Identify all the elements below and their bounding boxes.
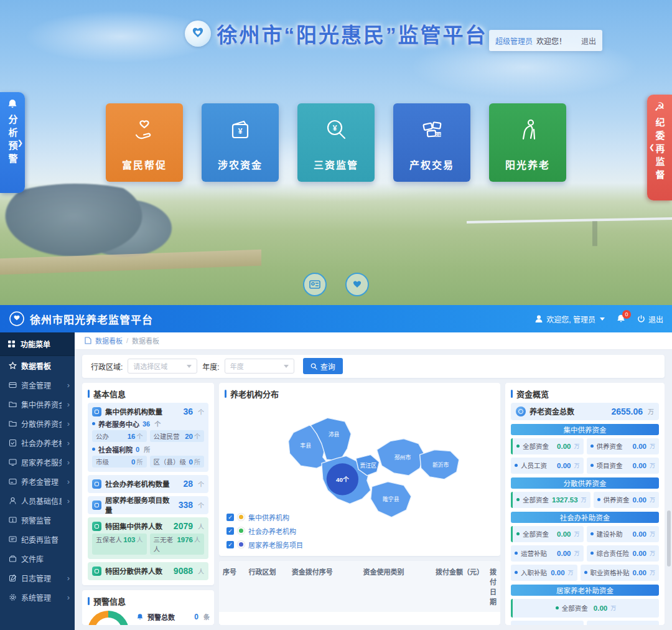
dashboard-title: 徐州市阳光养老监管平台 xyxy=(30,311,153,327)
logout-button[interactable]: 退出 xyxy=(637,314,663,324)
sidebar-item-centralized-funds[interactable]: 集中供养资金 xyxy=(0,395,75,414)
sidebar-item-home-care-projects[interactable]: 居家养老服务项目 xyxy=(0,453,75,472)
legend-social-institutions[interactable]: 社会办养老机构 xyxy=(226,526,303,536)
monitor-icon xyxy=(8,458,17,466)
fund-cell: 建设补助0.00万 xyxy=(587,526,660,542)
sidebar-item-label: 资金管理 xyxy=(21,380,62,390)
tile-sanzi-jianguan[interactable]: ¥ 三资监管 xyxy=(297,103,375,182)
bullet-dot xyxy=(92,448,95,451)
indigo-pin-icon xyxy=(238,541,245,548)
sidebar-item-system-management[interactable]: 系统管理 xyxy=(0,588,75,607)
stat-mini: 公建民营20个 xyxy=(150,430,205,442)
fund-cell: 人员工资0.00万 xyxy=(511,458,584,474)
basic-info-title: 基本信息 xyxy=(88,388,208,400)
breadcrumb-current: 数据看板 xyxy=(132,336,159,346)
power-icon xyxy=(637,315,645,323)
total-funds-label: 养老资金总数 xyxy=(530,406,574,416)
institution-icon xyxy=(92,501,101,510)
checkbox-checked-icon[interactable] xyxy=(226,514,234,521)
yellow-pin-icon xyxy=(238,514,245,520)
folder-icon xyxy=(8,420,17,428)
region-label-xinyi: 新沂市 xyxy=(432,461,449,468)
checkbox-checked-icon[interactable] xyxy=(226,541,234,548)
tile-yangguang-yanglao[interactable]: 阳光养老 xyxy=(489,103,566,182)
region-label-fengxian: 丰县 xyxy=(300,441,311,448)
region-select[interactable]: 请选择区域 xyxy=(128,359,197,374)
blocks-trade-icon: 交易 xyxy=(418,103,446,157)
tile-label: 涉农资金 xyxy=(218,157,263,172)
total-funds-value: 2655.06 xyxy=(611,407,643,416)
welcome-text: 欢迎您！ xyxy=(536,35,566,46)
elder-icon xyxy=(513,103,542,157)
search-button[interactable]: 查询 xyxy=(303,358,343,374)
social-institutions-card: 社会办养老机构数量 28 个 xyxy=(88,475,208,493)
sidebar-item-label: 集中供养资金 xyxy=(21,399,62,410)
sidebar-item-data-board[interactable]: 数据看板 xyxy=(0,356,75,375)
search-button-label: 查询 xyxy=(320,361,335,372)
tile-fumin-bangcu[interactable]: 富民帮促 xyxy=(106,103,183,182)
svg-text:¥: ¥ xyxy=(333,124,337,133)
stat-mini: 区（县）级0所 xyxy=(150,456,205,468)
user-menu[interactable]: 欢迎您, 管理员 xyxy=(534,314,605,324)
stat-mini: 三无老人1976人 xyxy=(150,534,205,555)
sidebar-item-decentralized-funds[interactable]: 分散供养资金 xyxy=(0,414,75,433)
chevron-down-icon xyxy=(600,317,605,321)
checkbox-checked-icon[interactable] xyxy=(226,527,234,535)
fund-cell: 全部资金0.00万 xyxy=(511,599,659,618)
sidebar-item-discipline-supervision[interactable]: 纪委再监督 xyxy=(0,530,75,549)
table-empty-text: 暂无数据 xyxy=(219,612,500,625)
vertical-scrollbar[interactable] xyxy=(667,510,671,567)
sidebar: 功能菜单 数据看板 资金管理 集中供养资金 分散供养资金 社会办养老机构 xyxy=(0,332,75,630)
dashboard-header: 徐州市阳光养老监管平台 欢迎您, 管理员 0 退出 xyxy=(0,305,672,332)
region-select-placeholder: 请选择区域 xyxy=(133,361,167,371)
centralized-support-people-card: 特困集中供养人数 2079 人 五保老人103人 三无老人1976人 xyxy=(88,517,208,559)
stat-mini: 公办16个 xyxy=(92,430,147,442)
institution-map-panel: 养老机构分布 xyxy=(219,383,500,556)
bridge xyxy=(467,217,672,223)
card-unit: 人 xyxy=(198,522,204,531)
year-select[interactable]: 年度 xyxy=(225,359,294,374)
star-icon xyxy=(8,362,17,370)
landing-user-box: 超级管理员 欢迎您！ 退出 xyxy=(489,30,602,51)
sidebar-item-label: 社会办养老机构 xyxy=(21,438,62,448)
logout-link[interactable]: 退出 xyxy=(581,35,596,46)
logout-label: 退出 xyxy=(648,314,663,324)
people-icon xyxy=(92,567,101,576)
legend-home-care-projects[interactable]: 居家养老服务项目 xyxy=(226,540,303,550)
section-header-social-subsidy: 社会办补助资金 xyxy=(511,512,659,523)
sidebar-item-label: 文件库 xyxy=(21,553,70,564)
green-pin-icon xyxy=(238,527,245,534)
sidebar-item-log-management[interactable]: 日志管理 xyxy=(0,568,75,588)
card-unit: 个 xyxy=(198,501,204,510)
fund-cell: 建设补助0.00万 xyxy=(587,621,660,625)
warning-info-title: 预警信息 xyxy=(88,595,208,607)
sidebar-item-personnel-info[interactable]: 人员基础信息 xyxy=(0,491,75,510)
total-funds-unit: 万 xyxy=(648,407,654,416)
sidebar-item-warning-supervision[interactable]: 预警监管 xyxy=(0,510,75,530)
tile-chanquan-jiaoyi[interactable]: 交易 产权交易 xyxy=(393,103,470,182)
card-value: 36 xyxy=(183,407,193,416)
notifications-button[interactable]: 0 xyxy=(616,314,626,324)
breadcrumb-separator: / xyxy=(126,337,128,344)
tile-shenong-zijin[interactable]: ¥ 涉农资金 xyxy=(202,103,279,182)
coin-icon xyxy=(516,407,526,416)
legend-centralized-institutions[interactable]: 集中供养机构 xyxy=(226,512,303,522)
id-card-shortcut-icon[interactable] xyxy=(303,273,327,296)
card-label: 集中供养机构数量 xyxy=(105,407,162,416)
card-label: 特困集中供养人数 xyxy=(105,521,162,531)
edit-icon xyxy=(8,574,17,582)
sidebar-item-funds[interactable]: 资金管理 xyxy=(0,375,75,395)
floating-shortcuts xyxy=(0,273,672,296)
institution-icon xyxy=(92,479,101,489)
breadcrumb-root[interactable]: 数据看板 xyxy=(95,336,123,346)
filter-bar: 行政区域: 请选择区域 年度: 年度 查询 xyxy=(82,355,665,378)
tile-label: 阳光养老 xyxy=(505,157,550,172)
sidebar-item-pension-management[interactable]: 养老金管理 xyxy=(0,472,75,491)
card-unit: 个 xyxy=(198,407,204,416)
column-header: 序号 xyxy=(219,561,245,612)
sidebar-item-file-library[interactable]: 文件库 xyxy=(0,549,75,568)
institution-icon xyxy=(92,407,101,416)
region-filter-label: 行政区域: xyxy=(91,361,123,372)
sidebar-item-social-institutions[interactable]: 社会办养老机构 xyxy=(0,433,75,453)
heart-hands-shortcut-icon[interactable] xyxy=(345,273,369,296)
